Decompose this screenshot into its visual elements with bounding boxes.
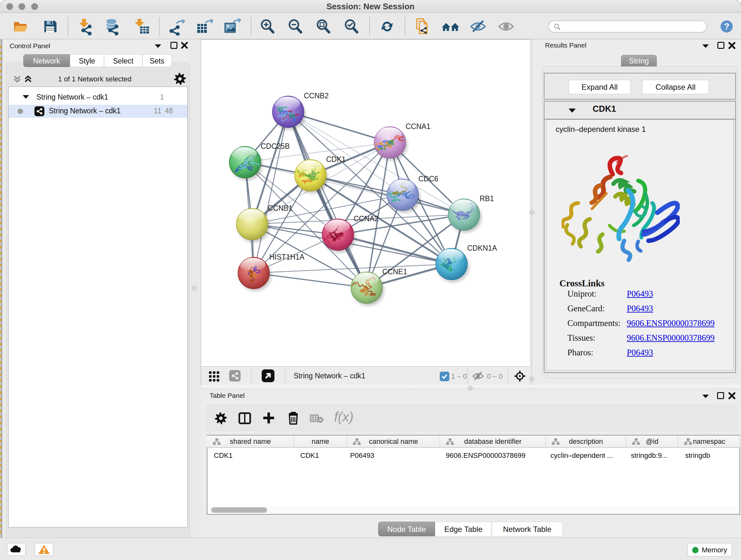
svg-text:CCNB2: CCNB2: [304, 91, 329, 100]
svg-text:CCNE1: CCNE1: [382, 267, 407, 276]
svg-text:CDC6: CDC6: [418, 175, 439, 183]
svg-text:RB1: RB1: [480, 194, 494, 203]
svg-text:CDKN1A: CDKN1A: [467, 244, 497, 252]
svg-text:CDC25B: CDC25B: [261, 142, 290, 150]
svg-text:CCNA1: CCNA1: [406, 122, 430, 131]
svg-text:HIST1H1A: HIST1H1A: [269, 253, 305, 261]
svg-text:CDK1: CDK1: [326, 155, 346, 164]
svg-text:CCNB1: CCNB1: [268, 204, 293, 212]
svg-text:CCNA2: CCNA2: [354, 214, 379, 223]
